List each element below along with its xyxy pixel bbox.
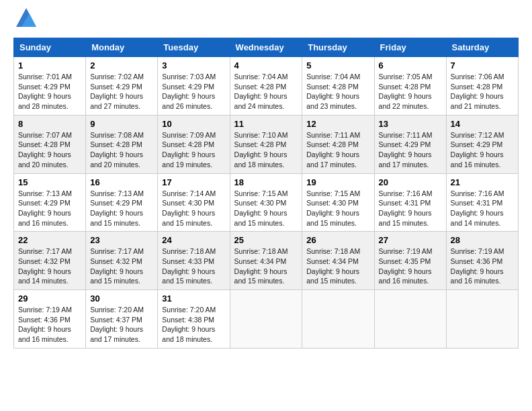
- day-number: 15: [18, 177, 81, 187]
- day-number: 4: [234, 60, 298, 71]
- day-info: Sunrise: 7:01 AMSunset: 4:29 PMDaylight:…: [18, 73, 72, 110]
- calendar-cell: 23Sunrise: 7:17 AMSunset: 4:32 PMDayligh…: [86, 232, 158, 290]
- day-info: Sunrise: 7:16 AMSunset: 4:31 PMDaylight:…: [451, 189, 504, 227]
- day-number: 22: [18, 235, 81, 245]
- calendar-cell: 12Sunrise: 7:11 AMSunset: 4:28 PMDayligh…: [302, 115, 374, 173]
- calendar-cell: 18Sunrise: 7:15 AMSunset: 4:30 PMDayligh…: [230, 173, 302, 232]
- calendar-cell: 2Sunrise: 7:02 AMSunset: 4:29 PMDaylight…: [86, 57, 158, 116]
- day-info: Sunrise: 7:13 AMSunset: 4:29 PMDaylight:…: [90, 189, 144, 227]
- calendar-cell: [446, 290, 518, 349]
- day-info: Sunrise: 7:18 AMSunset: 4:34 PMDaylight:…: [234, 247, 288, 285]
- day-info: Sunrise: 7:02 AMSunset: 4:29 PMDaylight:…: [90, 73, 144, 110]
- day-number: 6: [379, 60, 442, 71]
- day-number: 5: [306, 60, 369, 71]
- day-info: Sunrise: 7:16 AMSunset: 4:31 PMDaylight:…: [379, 189, 433, 227]
- day-number: 9: [90, 119, 153, 129]
- day-info: Sunrise: 7:17 AMSunset: 4:32 PMDaylight:…: [18, 247, 72, 285]
- day-info: Sunrise: 7:04 AMSunset: 4:28 PMDaylight:…: [306, 73, 360, 110]
- calendar-cell: 25Sunrise: 7:18 AMSunset: 4:34 PMDayligh…: [230, 232, 302, 290]
- day-number: 24: [162, 235, 225, 245]
- day-info: Sunrise: 7:15 AMSunset: 4:30 PMDaylight:…: [306, 189, 360, 227]
- day-number: 3: [162, 60, 225, 71]
- calendar-cell: 5Sunrise: 7:04 AMSunset: 4:28 PMDaylight…: [302, 57, 374, 116]
- day-info: Sunrise: 7:15 AMSunset: 4:30 PMDaylight:…: [234, 189, 288, 227]
- calendar-header-saturday: Saturday: [446, 38, 518, 57]
- day-info: Sunrise: 7:11 AMSunset: 4:28 PMDaylight:…: [306, 131, 360, 169]
- calendar-header-sunday: Sunday: [14, 38, 86, 57]
- day-info: Sunrise: 7:20 AMSunset: 4:38 PMDaylight:…: [162, 306, 216, 343]
- calendar-cell: 28Sunrise: 7:19 AMSunset: 4:36 PMDayligh…: [446, 232, 518, 290]
- day-info: Sunrise: 7:14 AMSunset: 4:30 PMDaylight:…: [162, 189, 216, 227]
- day-info: Sunrise: 7:05 AMSunset: 4:28 PMDaylight:…: [379, 73, 433, 110]
- day-info: Sunrise: 7:19 AMSunset: 4:35 PMDaylight:…: [379, 247, 433, 285]
- day-info: Sunrise: 7:18 AMSunset: 4:33 PMDaylight:…: [162, 247, 216, 285]
- day-number: 28: [451, 235, 514, 245]
- calendar-cell: [374, 290, 446, 349]
- calendar-cell: 30Sunrise: 7:20 AMSunset: 4:37 PMDayligh…: [86, 290, 158, 349]
- day-number: 13: [379, 119, 442, 129]
- day-info: Sunrise: 7:07 AMSunset: 4:28 PMDaylight:…: [18, 131, 72, 169]
- day-number: 2: [90, 60, 153, 71]
- calendar-header-friday: Friday: [374, 38, 446, 57]
- day-number: 31: [162, 293, 225, 304]
- day-number: 19: [306, 177, 369, 187]
- day-info: Sunrise: 7:11 AMSunset: 4:29 PMDaylight:…: [379, 131, 433, 169]
- day-info: Sunrise: 7:06 AMSunset: 4:28 PMDaylight:…: [451, 73, 504, 110]
- day-number: 21: [451, 177, 514, 187]
- day-number: 1: [18, 60, 81, 71]
- calendar-cell: 26Sunrise: 7:18 AMSunset: 4:34 PMDayligh…: [302, 232, 374, 290]
- day-info: Sunrise: 7:18 AMSunset: 4:34 PMDaylight:…: [306, 247, 360, 285]
- calendar-cell: 14Sunrise: 7:12 AMSunset: 4:29 PMDayligh…: [446, 115, 518, 173]
- day-number: 11: [234, 119, 298, 129]
- calendar-cell: [230, 290, 302, 349]
- day-number: 25: [234, 235, 298, 245]
- calendar-cell: 10Sunrise: 7:09 AMSunset: 4:28 PMDayligh…: [158, 115, 230, 173]
- calendar-header-tuesday: Tuesday: [158, 38, 230, 57]
- calendar-header-row: SundayMondayTuesdayWednesdayThursdayFrid…: [14, 38, 519, 57]
- calendar-table: SundayMondayTuesdayWednesdayThursdayFrid…: [13, 38, 519, 349]
- calendar-cell: [302, 290, 374, 349]
- calendar-cell: 19Sunrise: 7:15 AMSunset: 4:30 PMDayligh…: [302, 173, 374, 232]
- logo-icon: [16, 8, 36, 27]
- calendar-week-row: 8Sunrise: 7:07 AMSunset: 4:28 PMDaylight…: [14, 115, 519, 173]
- calendar-cell: 15Sunrise: 7:13 AMSunset: 4:29 PMDayligh…: [14, 173, 86, 232]
- calendar-cell: 21Sunrise: 7:16 AMSunset: 4:31 PMDayligh…: [446, 173, 518, 232]
- day-number: 17: [162, 177, 225, 187]
- day-number: 20: [379, 177, 442, 187]
- day-number: 10: [162, 119, 225, 129]
- day-number: 23: [90, 235, 153, 245]
- calendar-cell: 16Sunrise: 7:13 AMSunset: 4:29 PMDayligh…: [86, 173, 158, 232]
- calendar-cell: 22Sunrise: 7:17 AMSunset: 4:32 PMDayligh…: [14, 232, 86, 290]
- day-number: 12: [306, 119, 369, 129]
- calendar-week-row: 15Sunrise: 7:13 AMSunset: 4:29 PMDayligh…: [14, 173, 519, 232]
- calendar-cell: 24Sunrise: 7:18 AMSunset: 4:33 PMDayligh…: [158, 232, 230, 290]
- calendar-cell: 29Sunrise: 7:19 AMSunset: 4:36 PMDayligh…: [14, 290, 86, 349]
- calendar-cell: 6Sunrise: 7:05 AMSunset: 4:28 PMDaylight…: [374, 57, 446, 116]
- calendar-cell: 20Sunrise: 7:16 AMSunset: 4:31 PMDayligh…: [374, 173, 446, 232]
- day-number: 27: [379, 235, 442, 245]
- calendar-cell: 9Sunrise: 7:08 AMSunset: 4:28 PMDaylight…: [86, 115, 158, 173]
- day-info: Sunrise: 7:09 AMSunset: 4:28 PMDaylight:…: [162, 131, 216, 169]
- calendar-cell: 27Sunrise: 7:19 AMSunset: 4:35 PMDayligh…: [374, 232, 446, 290]
- day-number: 7: [451, 60, 514, 71]
- calendar-cell: 8Sunrise: 7:07 AMSunset: 4:28 PMDaylight…: [14, 115, 86, 173]
- logo: [13, 13, 36, 27]
- calendar-cell: 1Sunrise: 7:01 AMSunset: 4:29 PMDaylight…: [14, 57, 86, 116]
- calendar-week-row: 22Sunrise: 7:17 AMSunset: 4:32 PMDayligh…: [14, 232, 519, 290]
- day-info: Sunrise: 7:17 AMSunset: 4:32 PMDaylight:…: [90, 247, 144, 285]
- day-info: Sunrise: 7:20 AMSunset: 4:37 PMDaylight:…: [90, 306, 144, 343]
- day-info: Sunrise: 7:19 AMSunset: 4:36 PMDaylight:…: [451, 247, 504, 285]
- day-info: Sunrise: 7:04 AMSunset: 4:28 PMDaylight:…: [234, 73, 288, 110]
- calendar-cell: 31Sunrise: 7:20 AMSunset: 4:38 PMDayligh…: [158, 290, 230, 349]
- day-number: 14: [451, 119, 514, 129]
- day-info: Sunrise: 7:08 AMSunset: 4:28 PMDaylight:…: [90, 131, 144, 169]
- day-number: 30: [90, 293, 153, 304]
- calendar-header-thursday: Thursday: [302, 38, 374, 57]
- calendar-cell: 3Sunrise: 7:03 AMSunset: 4:29 PMDaylight…: [158, 57, 230, 116]
- day-number: 16: [90, 177, 153, 187]
- day-info: Sunrise: 7:19 AMSunset: 4:36 PMDaylight:…: [18, 306, 72, 343]
- day-number: 18: [234, 177, 298, 187]
- calendar-week-row: 29Sunrise: 7:19 AMSunset: 4:36 PMDayligh…: [14, 290, 519, 349]
- day-number: 8: [18, 119, 81, 129]
- day-info: Sunrise: 7:03 AMSunset: 4:29 PMDaylight:…: [162, 73, 216, 110]
